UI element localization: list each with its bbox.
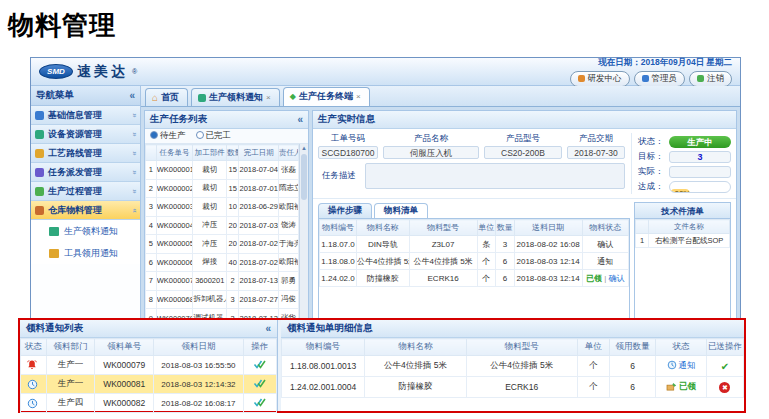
radio-pending[interactable]: 待生产: [150, 130, 186, 142]
cell-index: 4: [146, 216, 157, 235]
product-name-field[interactable]: 伺服压入机: [383, 146, 479, 159]
detail-row[interactable]: 1.18.08.001.0013 公牛4位排插 5米 公牛4位排插 5米 个 6…: [282, 356, 744, 377]
rate-label: 达成：: [638, 181, 666, 193]
status-notify-link[interactable]: 通知: [679, 360, 696, 370]
tool-notice-icon: [49, 249, 59, 258]
bom-row[interactable]: 1.18.07.0DIN导轨Z3L07条32018-08-02 16:08确认: [320, 236, 629, 253]
sidebar-subitem-tool-notice[interactable]: 工具领用通知: [31, 242, 140, 264]
scroll-up-icon[interactable]: ▲: [300, 144, 308, 153]
col-send-date: 送料日期: [514, 220, 582, 236]
radio-done[interactable]: 已完工: [196, 130, 232, 142]
sent-check-icon[interactable]: ✔: [721, 361, 729, 372]
status-confirm-link[interactable]: 确认: [609, 274, 625, 283]
notify-collapse-icon[interactable]: «: [265, 323, 271, 334]
cell-owner: 于海亮: [279, 235, 299, 254]
realtime-title: 生产实时信息: [318, 113, 375, 126]
product-model-label: 产品型号: [506, 133, 540, 145]
cell-index: 7: [146, 272, 157, 291]
sidebar-item-label: 工艺路线管理: [48, 147, 102, 160]
tech-doc-row[interactable]: 1右检测平台配线SOP: [636, 234, 730, 248]
sidebar-item-production[interactable]: 生产过程管理»: [31, 182, 140, 201]
cell-task-no: WK000005: [156, 235, 193, 254]
order-no-field[interactable]: SCGD180700: [318, 146, 378, 159]
tab-material-notice[interactable]: 生产领料通知×: [191, 88, 280, 106]
task-row[interactable]: 1 WK000001 裁切 15 2018-07-04 张磊: [146, 161, 299, 180]
bom-tab-bar: 操作步骤 物料清单: [318, 202, 630, 218]
task-desc-field[interactable]: [365, 163, 625, 189]
product-model-field[interactable]: CS20-200B: [484, 146, 562, 159]
sidebar-collapse-icon[interactable]: «: [129, 90, 135, 101]
status-label: 状态：: [638, 136, 666, 148]
sidebar-subitem-material-notice[interactable]: 生产领料通知: [31, 220, 140, 242]
bom-row[interactable]: 1.24.02.0防撞橡胶ECRK16个62018-08-03 12:14 已领…: [320, 270, 629, 287]
due-date-field[interactable]: 2018-07-30: [567, 146, 625, 159]
cell-qty: 15: [227, 179, 239, 198]
col-use-qty: 领用数量: [609, 339, 655, 356]
target-label: 目标：: [638, 151, 666, 163]
registered-mark: ®: [132, 68, 137, 75]
cell-owner: 饶涛: [279, 216, 299, 235]
task-row[interactable]: 8 WK000068 拆卸机器人 3 2018-07-27 冯俊: [146, 290, 299, 309]
sidebar-item-label: 生产过程管理: [48, 185, 102, 198]
chevron-down-icon: »: [129, 132, 138, 136]
bom-table-header: 物料编号 物料名称 物料型号 单位 数量 送料日期 物料状态: [320, 220, 629, 236]
cell-date: 2018-07-02: [239, 253, 279, 272]
task-row[interactable]: 4 WK000004 冲压 20 2018-07-03 饶涛: [146, 216, 299, 235]
notice-icon: [198, 94, 206, 102]
col-index: [146, 145, 157, 161]
col-qty: 数量: [227, 145, 239, 161]
notify-row[interactable]: 生产一 WK000079 2018-08-03 16:55:50: [21, 356, 277, 375]
module-icon: [35, 149, 44, 158]
order-no-label: 工单号码: [331, 133, 365, 145]
admin-button[interactable]: 管理员: [634, 71, 686, 87]
task-list-collapse-icon[interactable]: «: [297, 114, 303, 125]
notify-row[interactable]: 生产一 WK000081 2018-08-03 12:14:32: [21, 375, 277, 394]
scroll-thumb[interactable]: [301, 154, 307, 200]
task-row[interactable]: 3 WK000003 裁切 10 2018-06-29 欧阳袖珍: [146, 198, 299, 217]
cell-index: 5: [146, 235, 157, 254]
tab-task-terminal[interactable]: ◆生产任务终端×: [283, 87, 370, 106]
tab-home[interactable]: ⌂首页: [145, 88, 188, 106]
clock-icon: [27, 379, 38, 390]
close-icon[interactable]: ×: [266, 93, 271, 102]
close-icon[interactable]: ×: [356, 92, 361, 101]
target-value: 3: [669, 151, 731, 163]
logout-button[interactable]: 注销: [689, 71, 732, 87]
cancel-icon[interactable]: ✖: [719, 382, 730, 393]
tab-steps[interactable]: 操作步骤: [318, 203, 372, 218]
chevron-down-icon: »: [129, 170, 138, 174]
sidebar-item-warehouse[interactable]: 仓库物料管理»: [31, 201, 140, 220]
sidebar-item-process-route[interactable]: 工艺路线管理»: [31, 144, 140, 163]
status-received-link[interactable]: 已领: [586, 274, 602, 283]
task-row[interactable]: 2 WK000002 裁切 15 2018-07-01 隋志立: [146, 179, 299, 198]
smd-logo-icon: SMD: [39, 64, 73, 79]
rd-center-button[interactable]: 研发中心: [570, 71, 630, 87]
cell-date: 2018-07-03: [239, 216, 279, 235]
sidebar-item-task-dispatch[interactable]: 任务派发管理»: [31, 163, 140, 182]
sidebar-item-basic-info[interactable]: 基础信息管理»: [31, 106, 140, 125]
col-finish-date: 完工日期: [239, 145, 279, 161]
task-row[interactable]: 7 WK000007 3600201 2 2018-07-13 郭勇: [146, 272, 299, 291]
status-received-link[interactable]: 已领: [679, 381, 696, 391]
col-status: 状态: [21, 339, 47, 356]
radio-icon: [196, 131, 204, 139]
col-owner: 责任人: [279, 145, 299, 161]
forward-check-icon[interactable]: [253, 359, 266, 370]
product-name-label: 产品名称: [414, 133, 448, 145]
forward-check-icon[interactable]: [253, 378, 266, 389]
home-icon: ⌂: [152, 94, 158, 102]
task-row[interactable]: 5 WK000005 冲压 20 2018-07-02 于海亮: [146, 235, 299, 254]
detail-row[interactable]: 1.24.02.001.0004 防撞橡胶 ECRK16 个 6 已领 ✖: [282, 377, 744, 398]
notify-row[interactable]: 生产四 WK000082 2018-08-02 16:08:17: [21, 394, 277, 413]
tech-docs-title: 技术件清单: [634, 202, 731, 218]
bom-table: 物料编号 物料名称 物料型号 单位 数量 送料日期 物料状态: [319, 219, 629, 287]
sidebar-item-equipment[interactable]: 设备资源管理»: [31, 125, 140, 144]
status-confirm[interactable]: 确认: [582, 236, 628, 253]
task-row[interactable]: 6 WK000006 焊接 40 2018-07-02 欧阳袖珍: [146, 253, 299, 272]
forward-check-icon[interactable]: [253, 397, 266, 408]
tab-bom[interactable]: 物料清单: [374, 203, 428, 218]
bom-row[interactable]: 1.18.08.0公牛4位排插 5米公牛4位排插 5米个62018-08-03 …: [320, 253, 629, 270]
terminal-icon: ◆: [290, 93, 296, 101]
radio-icon: [150, 131, 158, 139]
status-notify-link[interactable]: 通知: [582, 253, 628, 270]
